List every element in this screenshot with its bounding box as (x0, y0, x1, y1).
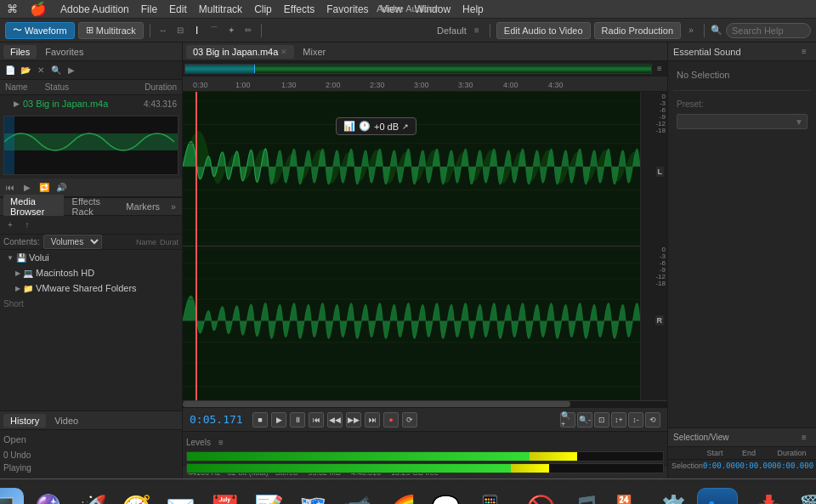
rewind-btn[interactable]: ◀◀ (327, 412, 343, 428)
menu-help[interactable]: Help (462, 3, 484, 15)
skip-end-btn[interactable]: ⏭ (365, 412, 380, 428)
add-media[interactable]: + (3, 218, 17, 232)
dock-trash[interactable]: 🗑️ (792, 488, 816, 505)
dock-appstore[interactable]: 🏪 (609, 488, 649, 505)
waveform-btn[interactable]: 〜 Waveform (5, 22, 75, 39)
essential-sound-menu[interactable]: ≡ (797, 45, 811, 59)
menu-clip[interactable]: Clip (254, 3, 272, 15)
stop-btn[interactable]: ■ (252, 412, 268, 428)
mini-play[interactable]: ▶ (20, 181, 34, 195)
preset-dropdown[interactable]: ▼ (677, 114, 808, 129)
volume-item[interactable]: ▼ 💾 Volui (0, 250, 182, 265)
dock-calendar[interactable]: 📅 (204, 488, 245, 505)
playhead[interactable] (196, 92, 197, 400)
tab-effects-rack[interactable]: Effects Rack (65, 195, 118, 218)
dock-audition[interactable]: Au (697, 488, 738, 505)
waveform-scrollbar[interactable] (183, 400, 667, 407)
media-nav-up[interactable]: ↑ (20, 218, 34, 232)
zoom-in-time[interactable]: 🔍+ (560, 412, 575, 428)
dock-maps[interactable]: 🗺️ (292, 488, 333, 505)
skip-start-btn[interactable]: ⏮ (309, 412, 324, 428)
tool-lasso[interactable]: ⌒ (207, 24, 221, 37)
waveform-main[interactable]: 📊 🕐 +0 dB ↗ (183, 92, 640, 400)
tool-heal[interactable]: ✦ (224, 24, 238, 37)
dock-facetime[interactable]: 📹 (337, 488, 377, 505)
tab-editor[interactable]: 03 Big in Japan.m4a ✕ (186, 45, 294, 59)
record-btn[interactable]: ● (383, 412, 399, 428)
open-action[interactable]: Open (3, 434, 26, 445)
menu-effects[interactable]: Effects (284, 3, 314, 15)
dock-downloads[interactable]: 📥 (748, 488, 789, 505)
tab-media-browser[interactable]: Media Browser (3, 195, 64, 218)
levels-menu[interactable]: ≡ (214, 435, 228, 449)
dock-safari[interactable]: 🧭 (116, 488, 156, 505)
macintosh-hd[interactable]: ▶ 💻 Macintosh HD (0, 265, 182, 280)
multitrack-btn[interactable]: ⊞ Multitrack (78, 22, 144, 39)
close-file-btn[interactable]: ✕ (34, 64, 48, 77)
zoom-in-amp[interactable]: ↕+ (611, 412, 626, 428)
tab-mixer[interactable]: Mixer (296, 45, 332, 59)
autoplay-btn[interactable]: ▶ (65, 64, 78, 77)
dock-itunes[interactable]: 🎵 (564, 488, 605, 505)
pause-btn[interactable]: ⏸ (290, 412, 305, 428)
dock-siri[interactable]: 🔮 (27, 488, 68, 505)
new-file-btn[interactable]: 📄 (3, 64, 17, 77)
zoom-out-amp[interactable]: ↕- (628, 412, 643, 428)
tool-move[interactable]: ↔ (156, 24, 170, 37)
menu-edit[interactable]: Edit (169, 3, 187, 15)
dock-mail[interactable]: ✉️ (160, 488, 201, 505)
menu-view[interactable]: View (381, 3, 403, 15)
dock-launchpad[interactable]: 🚀 (71, 488, 112, 505)
tab-video[interactable]: Video (48, 414, 85, 428)
menu-multitrack[interactable]: Multitrack (199, 3, 242, 15)
search-input[interactable] (726, 23, 811, 38)
menu-favorites[interactable]: Favorites (326, 3, 368, 15)
mini-loop[interactable]: 🔁 (37, 181, 51, 195)
zoom-out-time[interactable]: 🔍- (577, 412, 592, 428)
dock-messages[interactable]: 💬 (425, 488, 466, 505)
vmware-folders[interactable]: ▶ 📁 VMware Shared Folders (0, 280, 182, 296)
apple-menu[interactable]: ⌘ (7, 3, 18, 15)
menu-audition[interactable]: Adobe Audition (60, 3, 129, 15)
tool-brush[interactable]: ✏ (241, 24, 255, 37)
selection-view-menu[interactable]: ≡ (797, 431, 811, 445)
zoom-full[interactable]: ⟲ (645, 412, 660, 428)
menu-file[interactable]: File (141, 3, 157, 15)
zoom-fit[interactable]: ⊡ (594, 412, 609, 428)
sel-duration-value[interactable]: 0:00.000 (777, 462, 813, 470)
dock-finder[interactable]: 🖥️ (0, 488, 24, 505)
dock-notes[interactable]: 📝 (248, 488, 289, 505)
edit-to-video-btn[interactable]: Edit Audio to Video (496, 22, 591, 39)
scrollbar-thumb[interactable] (183, 401, 570, 407)
tab-markers[interactable]: Markers (119, 200, 167, 213)
ffwd-btn[interactable]: ▶▶ (346, 412, 361, 428)
mini-volume[interactable]: 🔊 (54, 181, 68, 195)
overview-waveform[interactable] (184, 64, 652, 74)
overview-options[interactable]: ≡ (654, 63, 666, 75)
tool-select[interactable]: I (190, 24, 204, 37)
open-file-btn[interactable]: 📂 (19, 64, 32, 77)
play-btn[interactable]: ▶ (271, 412, 286, 428)
sel-start-value[interactable]: 0:00.000 (703, 462, 740, 470)
mini-skip-start[interactable]: ⏮ (3, 181, 17, 195)
dock-sysprefs[interactable]: ⚙️ (653, 488, 694, 505)
workspace-options[interactable]: ≡ (470, 24, 484, 37)
contents-select[interactable]: Volumes (43, 235, 102, 249)
close-tab-btn[interactable]: ✕ (280, 48, 287, 56)
tab-favorites[interactable]: Favorites (38, 45, 90, 59)
tab-history[interactable]: History (3, 414, 46, 428)
dock-photos[interactable]: 🌈 (381, 488, 422, 505)
file-item[interactable]: ▶ 03 Big in Japan.m4a 4:43.316 (0, 95, 182, 112)
sel-end-value[interactable]: 0:00.000 (740, 462, 776, 470)
loop-btn[interactable]: ⟳ (402, 412, 417, 428)
workspace-more[interactable]: » (684, 24, 698, 37)
media-panel-more[interactable]: » (168, 200, 178, 213)
dock-dnd[interactable]: 🚫 (520, 488, 561, 505)
tab-files[interactable]: Files (3, 45, 37, 59)
dock-imessage[interactable]: 📱 (469, 488, 510, 505)
tool-slice[interactable]: ⊟ (173, 24, 187, 37)
messages-icon: 💬 (431, 494, 461, 504)
radio-production-btn[interactable]: Radio Production (594, 22, 681, 39)
reveal-file-btn[interactable]: 🔍 (49, 64, 63, 77)
menu-window[interactable]: Window (414, 3, 450, 15)
